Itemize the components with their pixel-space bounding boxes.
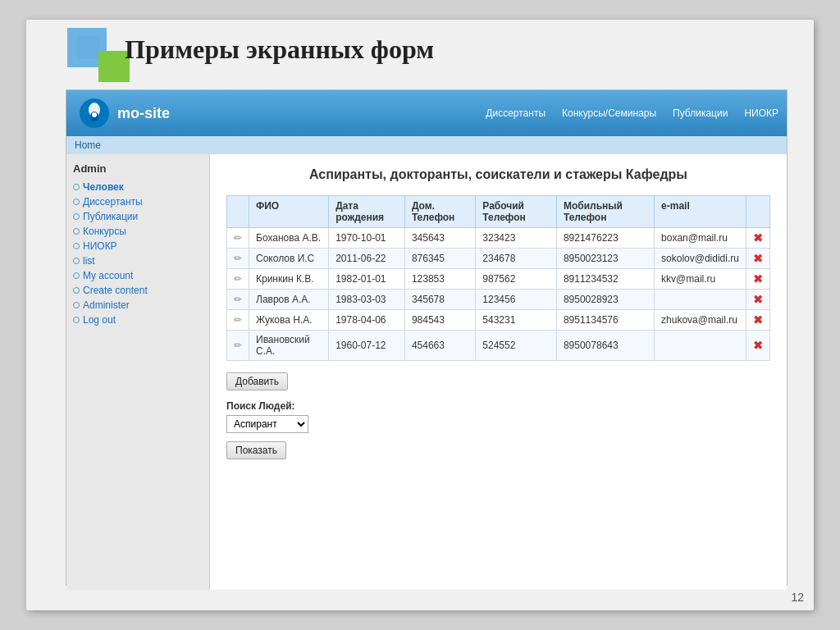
- cell-mob: 8950028923: [556, 290, 654, 310]
- bullet-icon: [73, 302, 80, 308]
- cell-dob: 1960-07-12: [329, 331, 405, 361]
- sidebar-item-list[interactable]: list: [73, 253, 203, 268]
- edit-icon[interactable]: ✏: [234, 314, 242, 326]
- delete-icon[interactable]: ✖: [753, 293, 763, 306]
- cell-mob: 8951134576: [556, 310, 654, 331]
- cell-dom: 345678: [404, 290, 475, 310]
- sidebar-item-administer[interactable]: Administer: [73, 298, 203, 313]
- delete-icon[interactable]: ✖: [753, 339, 763, 352]
- add-button[interactable]: Добавить: [226, 372, 288, 390]
- delete-cell[interactable]: ✖: [746, 310, 770, 331]
- delete-icon[interactable]: ✖: [753, 313, 763, 326]
- col-mob: Мобильный Телефон: [556, 196, 654, 228]
- delete-cell[interactable]: ✖: [746, 228, 770, 249]
- bullet-icon: [73, 258, 80, 264]
- cell-dom: 123853: [404, 269, 475, 290]
- cell-fio: Боханова А.В.: [249, 228, 329, 249]
- cell-email: sokolov@dididi.ru: [655, 249, 746, 269]
- cell-dom: 345643: [404, 228, 475, 249]
- cell-dob: 1982-01-01: [329, 269, 405, 290]
- col-delete: [746, 196, 770, 228]
- breadcrumb: Home: [66, 136, 787, 154]
- cell-rab: 123456: [476, 290, 557, 310]
- bottom-controls: Добавить Поиск Людей: АспирантДокторантС…: [226, 372, 770, 459]
- cell-dob: 2011-06-22: [329, 249, 405, 269]
- delete-cell[interactable]: ✖: [746, 249, 770, 269]
- cell-fio: Ивановский С.А.: [249, 331, 329, 361]
- bullet-icon: [73, 287, 80, 294]
- table-row: ✏Ивановский С.А.1960-07-1245466352455289…: [227, 331, 770, 361]
- svg-point-3: [92, 112, 97, 117]
- edit-cell[interactable]: ✏: [227, 290, 249, 310]
- cell-fio: Соколов И.С: [249, 249, 329, 269]
- cell-fio: Жукова Н.А.: [249, 310, 329, 331]
- drupal-logo: [80, 98, 109, 128]
- content-area: Admin Человек Диссертанты Публикации Кон…: [66, 154, 787, 590]
- sidebar-item-publikacii[interactable]: Публикации: [73, 209, 203, 224]
- cell-email: kkv@mail.ru: [655, 269, 746, 290]
- cell-email: [655, 290, 746, 310]
- edit-cell[interactable]: ✏: [227, 269, 249, 290]
- edit-cell[interactable]: ✏: [227, 331, 249, 361]
- edit-cell[interactable]: ✏: [227, 310, 249, 331]
- cell-mob: 8950078643: [556, 331, 654, 361]
- nav-link-dissertanty[interactable]: Диссертанты: [486, 107, 546, 119]
- nav-link-niokr[interactable]: НИОКР: [744, 107, 778, 119]
- edit-icon[interactable]: ✏: [234, 294, 242, 305]
- show-button[interactable]: Показать: [226, 441, 286, 459]
- col-rab: Рабочий Телефон: [476, 196, 557, 228]
- sidebar-item-dissertanty[interactable]: Диссертанты: [73, 194, 203, 209]
- delete-icon[interactable]: ✖: [753, 231, 763, 244]
- edit-icon[interactable]: ✏: [234, 232, 242, 244]
- delete-icon[interactable]: ✖: [753, 272, 763, 285]
- sidebar-item-niokr[interactable]: НИОКР: [73, 239, 203, 253]
- nav-link-publikacii[interactable]: Публикации: [673, 107, 728, 119]
- page-number: 12: [791, 591, 804, 604]
- site-name: mo-site: [117, 105, 170, 122]
- bullet-icon: [73, 228, 80, 235]
- bullet-icon: [73, 199, 80, 205]
- sidebar: Admin Человек Диссертанты Публикации Кон…: [66, 154, 210, 590]
- search-select[interactable]: АспирантДокторантСоискательСтажер: [226, 415, 308, 433]
- sidebar-admin-label: Admin: [73, 162, 203, 175]
- bullet-icon: [73, 272, 80, 279]
- table-row: ✏Лавров А.А.1983-03-03345678123456895002…: [227, 290, 770, 310]
- delete-icon[interactable]: ✖: [753, 252, 763, 265]
- table-row: ✏Боханова А.В.1970-10-013456433234238921…: [227, 228, 770, 249]
- cell-fio: Лавров А.А.: [249, 290, 329, 310]
- table-row: ✏Жукова Н.А.1978-04-06984543543231895113…: [227, 310, 770, 331]
- cell-rab: 323423: [476, 228, 557, 249]
- main-content: Аспиранты, докторанты, соискатели и стаж…: [210, 154, 787, 590]
- cell-email: zhukova@mail.ru: [655, 310, 746, 331]
- delete-cell[interactable]: ✖: [746, 290, 770, 310]
- edit-icon[interactable]: ✏: [234, 340, 242, 351]
- cell-dob: 1983-03-03: [329, 290, 405, 310]
- col-fio: ФИО: [249, 196, 329, 228]
- page-heading: Аспиранты, докторанты, соискатели и стаж…: [226, 167, 770, 182]
- edit-cell[interactable]: ✏: [227, 249, 249, 269]
- sidebar-item-my-account[interactable]: My account: [73, 268, 203, 283]
- col-edit: [227, 196, 249, 228]
- nav-link-konkursy[interactable]: Конкурсы/Семинары: [562, 107, 656, 119]
- sidebar-item-chelovek[interactable]: Человек: [73, 180, 203, 194]
- search-label: Поиск Людей:: [226, 400, 770, 412]
- delete-cell[interactable]: ✖: [746, 269, 770, 290]
- edit-icon[interactable]: ✏: [234, 273, 242, 285]
- cell-dom: 984543: [404, 310, 475, 331]
- show-button-container: Показать: [226, 441, 770, 459]
- cell-dob: 1978-04-06: [329, 310, 405, 331]
- sidebar-item-konkursy[interactable]: Конкурсы: [73, 224, 203, 239]
- sidebar-item-create-content[interactable]: Create content: [73, 283, 203, 298]
- cell-mob: 8921476223: [556, 228, 654, 249]
- cell-mob: 8950023123: [556, 249, 654, 269]
- edit-icon[interactable]: ✏: [234, 253, 242, 264]
- logo-area: mo-site: [80, 98, 170, 128]
- cell-mob: 8911234532: [556, 269, 654, 290]
- sidebar-item-logout[interactable]: Log out: [73, 313, 203, 327]
- delete-cell[interactable]: ✖: [746, 331, 770, 361]
- slide-title: Примеры экранных форм: [125, 34, 434, 65]
- cell-email: boxan@mail.ru: [655, 228, 746, 249]
- cell-rab: 524552: [476, 331, 557, 361]
- edit-cell[interactable]: ✏: [227, 228, 249, 249]
- cell-email: [655, 331, 746, 361]
